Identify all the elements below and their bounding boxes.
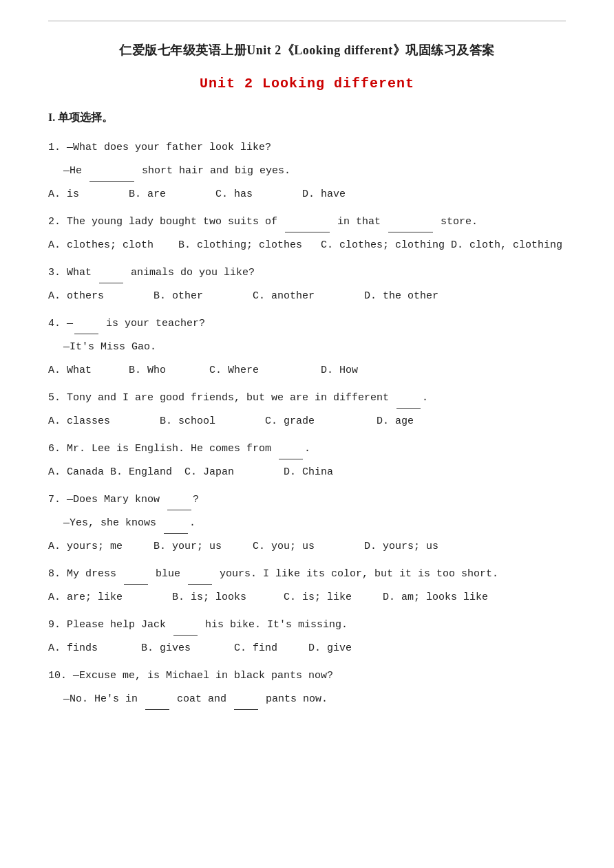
q3-options: A. others B. other C. another D. the oth…: [48, 286, 566, 307]
question-8: 8. My dress blue yours. I like its color…: [48, 564, 566, 608]
q5-text1: 5. Tony and I are good friends, but we a…: [48, 388, 566, 409]
q4-blank: [74, 334, 98, 334]
q4-options: A. What B. Who C. Where D. How: [48, 360, 566, 381]
q10-text2: —No. He's in coat and pants now.: [48, 689, 566, 710]
question-5: 5. Tony and I are good friends, but we a…: [48, 388, 566, 432]
q7-blank2: [164, 533, 188, 534]
page-container: 仁爱版七年级英语上册Unit 2《Looking different》巩固练习及…: [0, 0, 614, 868]
q1-options: A. is B. are C. has D. have: [48, 184, 566, 205]
q3-blank: [99, 283, 123, 283]
q1-text2: —He short hair and big eyes.: [48, 161, 566, 182]
q1-text1: 1. —What does your father look like?: [48, 138, 566, 158]
main-title: 仁爱版七年级英语上册Unit 2《Looking different》巩固练习及…: [48, 41, 566, 61]
q3-text1: 3. What animals do you like?: [48, 263, 566, 283]
q10-blank1: [145, 709, 169, 710]
q7-blank1: [167, 510, 191, 510]
q8-blank2: [188, 584, 212, 585]
q10-text1: 10. —Excuse me, is Michael in black pant…: [48, 666, 566, 686]
question-3: 3. What animals do you like? A. others B…: [48, 263, 566, 307]
question-10: 10. —Excuse me, is Michael in black pant…: [48, 666, 566, 710]
q2-options: A. clothes; cloth B. clothing; clothes C…: [48, 235, 566, 256]
q6-options: A. Canada B. England C. Japan D. China: [48, 462, 566, 483]
q9-text1: 9. Please help Jack his bike. It's missi…: [48, 615, 566, 636]
q8-options: A. are; like B. is; looks C. is; like D.…: [48, 587, 566, 608]
q6-blank: [279, 459, 303, 459]
q7-text2: —Yes, she knows .: [48, 513, 566, 534]
question-1: 1. —What does your father look like? —He…: [48, 138, 566, 205]
q7-options: A. yours; me B. your; us C. you; us D. y…: [48, 536, 566, 557]
q10-blank2: [234, 709, 258, 710]
q6-text1: 6. Mr. Lee is English. He comes from .: [48, 439, 566, 459]
q2-blank2: [388, 232, 433, 232]
top-divider: [48, 21, 566, 21]
q1-blank: [89, 181, 134, 182]
question-2: 2. The young lady bought two suits of in…: [48, 212, 566, 256]
q8-blank1: [124, 584, 148, 585]
unit-subtitle: Unit 2 Looking different: [48, 76, 566, 91]
q4-text2: —It's Miss Gao.: [48, 337, 566, 358]
q4-text1: 4. — is your teacher?: [48, 314, 566, 334]
q5-blank: [396, 408, 421, 409]
q9-blank: [173, 635, 198, 636]
question-9: 9. Please help Jack his bike. It's missi…: [48, 615, 566, 659]
question-4: 4. — is your teacher? —It's Miss Gao. A.…: [48, 314, 566, 381]
section1-header: I. 单项选择。: [48, 111, 566, 125]
question-7: 7. —Does Mary know ? —Yes, she knows . A…: [48, 490, 566, 557]
q5-options: A. classes B. school C. grade D. age: [48, 411, 566, 432]
q2-blank1: [285, 232, 330, 232]
q7-text1: 7. —Does Mary know ?: [48, 490, 566, 510]
question-6: 6. Mr. Lee is English. He comes from . A…: [48, 439, 566, 483]
q8-text1: 8. My dress blue yours. I like its color…: [48, 564, 566, 585]
q9-options: A. finds B. gives C. find D. give: [48, 638, 566, 659]
q2-text1: 2. The young lady bought two suits of in…: [48, 212, 566, 232]
